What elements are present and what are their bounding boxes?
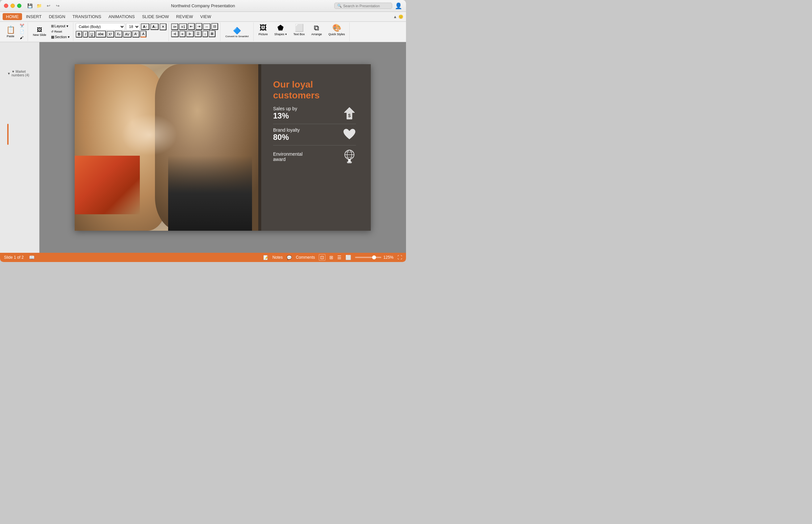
zoom-slider[interactable] [355,257,381,258]
maximize-button[interactable] [17,4,21,8]
close-button[interactable] [4,4,8,8]
menu-slideshow[interactable]: SLIDE SHOW [139,13,172,20]
slide-thumb-7[interactable]: 7 ★ [7,146,9,167]
notes-icon[interactable]: 📝 [263,255,269,260]
font-color-button[interactable]: A [140,31,147,37]
char-spacing-button[interactable]: AV [123,31,132,37]
italic-button[interactable]: I [83,31,88,37]
bold-button[interactable]: B [76,31,82,37]
clipboard-group-top: 📋 Paste ✂️ 📄 🖌 [3,23,26,40]
search-box[interactable]: 🔍 [334,3,392,9]
bullet-list-button[interactable]: ≡• [171,23,178,30]
menu-home[interactable]: HOME [3,13,22,20]
justify-button[interactable]: ☰ [194,30,202,37]
line-spacing-button[interactable]: ↕ [202,31,208,37]
font-size-select[interactable]: 18 [126,23,140,30]
undo-icon[interactable]: ↩ [45,2,52,10]
superscript-button[interactable]: X² [106,31,114,37]
slides-col2: ⊞ Layout ▾ ↺ Reset ▦ Section ▾ [50,23,71,40]
present-view-icon[interactable]: ⬜ [345,255,351,260]
align-left-button[interactable]: ⫷ [171,31,179,37]
couple-photo-bg [75,64,261,231]
menu-animations[interactable]: ANIMATIONS [105,13,138,20]
arrange-button[interactable]: ⧉ Arrange [309,23,324,36]
redo-icon[interactable]: ↪ [54,2,61,10]
subscript-button[interactable]: X₂ [115,31,122,37]
increase-indent-button[interactable]: ⇥ [196,23,202,30]
comments-label[interactable]: Comments [296,255,315,260]
slide-thumb-4[interactable]: 4 ★ NorthwindMarket Share 47% of total s… [7,79,9,100]
arrange-label: Arrange [311,33,322,36]
font-name-select[interactable]: Calibri (Body) [76,23,125,30]
painter-icon: 🖌 [20,35,23,39]
layout-button[interactable]: ⊞ Layout ▾ [50,23,71,29]
emoji-icon[interactable]: 🙂 [399,15,403,19]
slide-panel: 2 ★ JapanSustainable 3 ★ [0,42,39,253]
align-center-button[interactable]: ≡ [179,31,185,37]
font-grow-button[interactable]: A↑ [141,23,149,30]
stat-env-text: Environmental award [273,151,303,162]
quick-styles-button[interactable]: 🎨 Quick Styles [326,23,348,36]
clipboard-group: 📋 Paste ✂️ 📄 🖌 [1,22,28,41]
save-icon[interactable]: 💾 [26,2,34,10]
normal-view-icon[interactable]: ⊡ [319,254,325,261]
section-label[interactable]: ▼ ▼ Market numbers (4) [1,68,38,78]
notes-label[interactable]: Notes [272,255,283,260]
para-row2: ⫷ ≡ ⫸ ☰ ↕ ⊠ [171,30,218,37]
convert-smartart-button[interactable]: 🔷 Convert to SmartArt [223,26,251,38]
search-input[interactable] [343,4,389,8]
textbox-button[interactable]: ⬜ Text Box [291,23,308,36]
slide-heading: Our loyal customers [273,79,356,101]
menu-transitions[interactable]: TRANSITIONS [69,13,104,20]
paragraph-spacing-button[interactable]: ⊠ [208,30,216,37]
paste-button[interactable]: 📋 Paste [3,25,18,38]
slide-thumb-3[interactable]: 3 ★ [7,46,9,67]
paragraph-group: ≡• ≡1 ⇤ ⇥ ↔ ⊟ ⫷ ≡ ⫸ ☰ ↕ ⊠ [169,22,220,41]
new-slide-button[interactable]: 🖼 New Slide [30,26,49,37]
rtl-button[interactable]: ↔ [203,23,210,30]
menu-design[interactable]: DESIGN [46,13,68,20]
menu-view[interactable]: VIEW [197,13,215,20]
menu-review[interactable]: REVIEW [173,13,196,20]
section-button[interactable]: ▦ Section ▾ [50,34,71,40]
fit-slide-icon[interactable]: ⛶ [397,255,402,260]
menu-insert[interactable]: INSERT [23,13,45,20]
strikethrough-button[interactable]: abc̶ [96,31,106,37]
stat-sales-text: Sales up by 13% [273,106,297,120]
new-slide-label: New Slide [33,33,46,36]
toolbar-icons: 💾 📁 ↩ ↪ [26,2,61,10]
zoom-thumb[interactable] [372,256,376,259]
comments-icon[interactable]: 💬 [287,255,292,260]
slide-thumb-5[interactable]: 5 ★ Growth &Revenue [7,101,9,122]
para-rows: ≡• ≡1 ⇤ ⇥ ↔ ⊟ ⫷ ≡ ⫸ ☰ ↕ ⊠ [171,23,218,37]
decrease-indent-button[interactable]: ⇤ [188,23,195,30]
titlebar-right: 🔍 👤 [334,2,402,10]
reset-button[interactable]: ↺ Reset [50,29,71,34]
grid-view-icon[interactable]: ⊞ [329,255,333,260]
user-icon[interactable]: 👤 [395,2,402,10]
shapes-button[interactable]: ⬟ Shapes ▾ [272,23,289,36]
columns-button[interactable]: ⊟ [211,23,218,30]
copy-button[interactable]: 📄 [18,29,26,35]
number-list-button[interactable]: ≡1 [179,23,187,30]
minimize-button[interactable] [11,4,15,8]
open-icon[interactable]: 📁 [35,2,43,10]
align-right-button[interactable]: ⫸ [186,31,194,37]
collapse-icon[interactable]: ▲ [393,15,397,19]
slide-thumb-6[interactable]: 6 ★ Our loyalcustomers [7,124,9,145]
format-painter-button[interactable]: 🖌 [18,35,26,40]
bookmark-icon[interactable]: 📖 [29,255,35,260]
cut-button[interactable]: ✂️ [18,23,26,29]
clear-format-button[interactable]: ✕ [159,23,167,30]
font-shrink-button[interactable]: A↓ [150,23,158,30]
reading-view-icon[interactable]: ☰ [337,255,341,260]
slide-canvas[interactable]: Our loyal customers Sales up by 13% [75,64,371,231]
stat-sales-icon-container: $ [343,107,356,120]
stat-loyalty-label: Brand loyalty [273,127,300,133]
jacket [168,156,252,231]
underline-button[interactable]: U [88,31,95,37]
slide-thumb-2[interactable]: 2 ★ JapanSustainable [7,44,9,45]
text-shadow-button[interactable]: A⁽ [132,31,139,37]
picture-button[interactable]: 🖼 Picture [256,23,270,36]
clipboard-label [3,40,26,41]
